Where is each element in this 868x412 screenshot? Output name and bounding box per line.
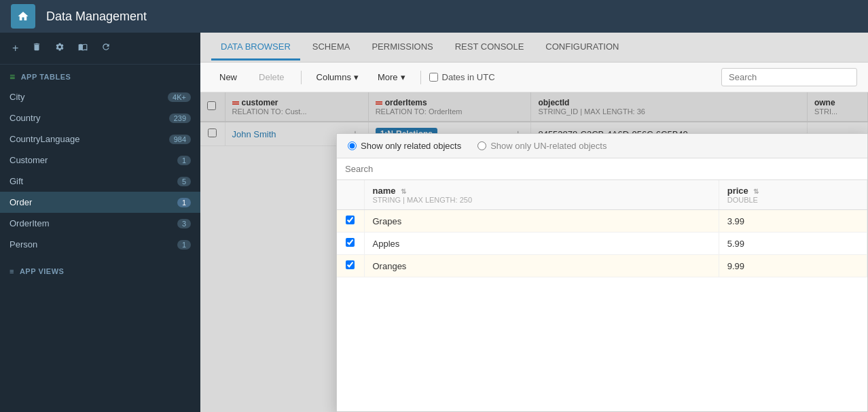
- popup-row-checkbox-cell: [337, 233, 364, 255]
- popup-row-checkbox[interactable]: [346, 216, 355, 224]
- dates-utc-toggle: Dates in UTC: [429, 72, 495, 82]
- tab-configuration[interactable]: CONFIGURATION: [536, 35, 628, 61]
- popup-search-input[interactable]: [337, 158, 867, 180]
- sidebar-item-badge: 5: [177, 177, 191, 186]
- sidebar-item-label: Country: [10, 113, 41, 123]
- views-icon: ≡: [10, 267, 14, 275]
- top-header: Data Management: [0, 0, 868, 33]
- inner-header-name[interactable]: name ⇅ STRING | MAX LENGTH: 250: [364, 180, 719, 210]
- sidebar-item-customer[interactable]: Customer 1: [0, 150, 200, 171]
- toolbar-separator-2: [420, 71, 421, 84]
- more-chevron-icon: ▾: [401, 72, 405, 82]
- sidebar-item-label: Customer: [10, 155, 48, 165]
- data-toolbar: New Delete Columns ▾ More ▾ Dates in UTC: [200, 63, 868, 92]
- popup-row-price: 9.99: [719, 255, 867, 277]
- popup-row-checkbox-cell: [337, 210, 364, 233]
- app-title: Data Management: [46, 10, 147, 24]
- popup-row-checkbox[interactable]: [346, 238, 355, 247]
- columns-chevron-icon: ▾: [354, 72, 359, 82]
- tab-schema[interactable]: SCHEMA: [303, 35, 360, 61]
- table-area: customer RELATION TO: Cust...: [200, 92, 868, 412]
- refresh-button[interactable]: [98, 39, 113, 57]
- sidebar-item-country[interactable]: Country 239: [0, 107, 200, 128]
- popup-row-name: Apples: [364, 233, 719, 255]
- sidebar-items: City 4K+ Country 239 CountryLanguage 984…: [0, 86, 200, 255]
- popup-row: Apples 5.99: [337, 233, 867, 255]
- app-views-header: ≡ APP VIEWS: [0, 260, 200, 279]
- columns-dropdown[interactable]: Columns ▾: [310, 69, 365, 86]
- sidebar-item-badge: 3: [177, 219, 191, 228]
- sidebar-item-gift[interactable]: Gift 5: [0, 171, 200, 192]
- sidebar-item-badge: 984: [169, 135, 191, 144]
- radio-related[interactable]: [348, 141, 357, 150]
- toolbar-separator-1: [301, 71, 302, 84]
- more-dropdown[interactable]: More ▾: [371, 69, 412, 86]
- sidebar-item-label: OrderItem: [10, 218, 50, 228]
- tab-bar: DATA BROWSER SCHEMA PERMISSIONS REST CON…: [200, 33, 868, 63]
- popup-row-checkbox-cell: [337, 255, 364, 277]
- sidebar-item-label: City: [10, 92, 24, 102]
- sidebar-item-person[interactable]: Person 1: [0, 234, 200, 255]
- inner-header-checkbox: [337, 180, 364, 210]
- sidebar-item-countrylanguage[interactable]: CountryLanguage 984: [0, 128, 200, 150]
- popup-row-checkbox[interactable]: [346, 260, 355, 269]
- price-sort-icon: ⇅: [753, 188, 759, 195]
- popup-row-name: Oranges: [364, 255, 719, 277]
- delete-button[interactable]: Delete: [251, 69, 293, 86]
- sidebar-item-badge: 239: [169, 114, 191, 123]
- sidebar-item-badge: 1: [177, 240, 191, 250]
- sidebar-item-badge: 1: [177, 156, 191, 165]
- radio-unrelated-label[interactable]: Show only UN-related objects: [477, 141, 607, 151]
- tab-data-browser[interactable]: DATA BROWSER: [211, 35, 300, 61]
- popup-row-price: 3.99: [719, 210, 867, 233]
- popup-row: Oranges 9.99: [337, 255, 867, 277]
- add-table-button[interactable]: +: [10, 39, 21, 57]
- main-layout: + ≡ APP TABLES City 4K+ Country 2: [0, 33, 868, 412]
- radio-related-label[interactable]: Show only related objects: [348, 141, 461, 151]
- radio-unrelated[interactable]: [477, 141, 486, 150]
- inner-header-row: name ⇅ STRING | MAX LENGTH: 250 price ⇅ …: [337, 180, 867, 210]
- sidebar-item-order[interactable]: Order 1: [0, 192, 200, 213]
- sidebar-item-badge: 1: [177, 198, 191, 207]
- popup-radio-bar: Show only related objects Show only UN-r…: [337, 134, 867, 158]
- popup-row-price: 5.99: [719, 233, 867, 255]
- relations-popup: Show only related objects Show only UN-r…: [336, 133, 868, 412]
- tab-rest-console[interactable]: REST CONSOLE: [446, 35, 534, 61]
- tables-icon: ≡: [10, 71, 16, 82]
- popup-table: name ⇅ STRING | MAX LENGTH: 250 price ⇅ …: [337, 180, 867, 411]
- sidebar-item-label: CountryLanguage: [10, 134, 79, 144]
- sidebar-item-city[interactable]: City 4K+: [0, 86, 200, 107]
- home-button[interactable]: [11, 4, 35, 29]
- delete-table-button[interactable]: [29, 39, 44, 57]
- docs-button[interactable]: [75, 39, 90, 57]
- sidebar: + ≡ APP TABLES City 4K+ Country 2: [0, 33, 200, 412]
- settings-button[interactable]: [52, 39, 67, 57]
- main-content: DATA BROWSER SCHEMA PERMISSIONS REST CON…: [200, 33, 868, 412]
- dates-utc-checkbox[interactable]: [429, 73, 438, 82]
- popup-row-name: Grapes: [364, 210, 719, 233]
- name-sort-icon: ⇅: [401, 188, 406, 195]
- sidebar-item-orderitem[interactable]: OrderItem 3: [0, 213, 200, 234]
- search-input[interactable]: [721, 68, 857, 86]
- tab-permissions[interactable]: PERMISSIONS: [362, 35, 442, 61]
- sidebar-item-label: Order: [10, 197, 32, 207]
- inner-header-price[interactable]: price ⇅ DOUBLE: [719, 180, 867, 210]
- app-tables-header: ≡ APP TABLES: [0, 65, 200, 86]
- inner-data-table: name ⇅ STRING | MAX LENGTH: 250 price ⇅ …: [337, 180, 867, 277]
- sidebar-item-label: Person: [10, 239, 37, 250]
- sidebar-toolbar: +: [0, 33, 200, 65]
- popup-row: Grapes 3.99: [337, 210, 867, 233]
- dates-utc-label[interactable]: Dates in UTC: [442, 72, 495, 82]
- sidebar-item-label: Gift: [10, 176, 23, 186]
- sidebar-item-badge: 4K+: [168, 92, 191, 102]
- new-button[interactable]: New: [211, 69, 245, 86]
